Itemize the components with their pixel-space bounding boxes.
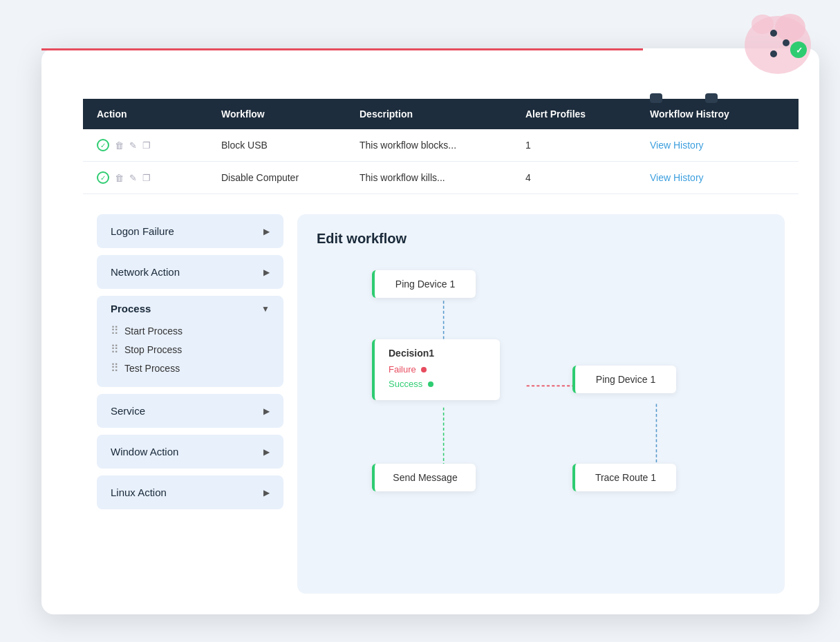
workflow-canvas: Ping Device 1 Decision1 Failure Success: [317, 263, 765, 594]
chevron-right-icon: ▶: [263, 488, 270, 498]
table-section: Action Workflow Description Alert Profil…: [83, 99, 799, 194]
action-icons-row2: ✓ 🗑 ✎ ❐: [97, 171, 221, 184]
node-label: Ping Device 1: [596, 374, 655, 385]
table-row: ✓ 🗑 ✎ ❐ Block USB This workflow blocks..…: [83, 129, 799, 162]
card-handle-left: [650, 93, 662, 103]
chevron-right-icon: ▶: [263, 447, 270, 457]
sidebar-item-label: Linux Action: [111, 487, 167, 498]
subitem-label: Stop Process: [124, 344, 182, 355]
alert-profiles-1: 1: [525, 140, 650, 151]
sidebar-item-network-action[interactable]: Network Action ▶: [97, 255, 283, 289]
view-history-2[interactable]: View History: [650, 172, 802, 183]
col-alert-profiles: Alert Profiles: [525, 108, 650, 120]
view-history-link-1[interactable]: View History: [650, 140, 704, 151]
check-icon-2: ✓: [100, 174, 106, 182]
success-option: Success: [389, 379, 486, 389]
workflow-name-1: Block USB: [221, 140, 360, 151]
failure-option: Failure: [389, 364, 486, 375]
bottom-area: Logon Failure ▶ Network Action ▶ Process…: [83, 200, 799, 614]
sidebar-subitem-test-process[interactable]: ⠿ Test Process: [111, 359, 270, 377]
node-label: Trace Route 1: [595, 472, 656, 483]
svg-point-3: [770, 30, 777, 37]
failure-dot: [421, 367, 427, 372]
table-header: Action Workflow Description Alert Profil…: [83, 99, 799, 129]
description-1: This workflow blocks...: [360, 140, 525, 151]
chevron-right-icon: ▶: [263, 267, 270, 277]
check-icon: ✓: [100, 142, 106, 149]
success-dot: [428, 381, 433, 387]
alert-profiles-2: 4: [525, 172, 650, 183]
card-handle-right: [705, 93, 718, 103]
table-row: ✓ 🗑 ✎ ❐ Disable Computer This workflow k…: [83, 162, 799, 194]
subitem-label: Test Process: [124, 363, 180, 374]
copy-icon[interactable]: ❐: [142, 140, 151, 151]
sidebar-item-service[interactable]: Service ▶: [97, 394, 283, 428]
node-label: Send Message: [393, 472, 457, 483]
drag-icon: ⠿: [111, 361, 119, 375]
chevron-right-icon: ▶: [263, 227, 270, 236]
edit-icon[interactable]: ✎: [129, 140, 137, 151]
status-active-icon-2[interactable]: ✓: [97, 171, 109, 184]
delete-icon[interactable]: 🗑: [115, 140, 124, 151]
svg-point-5: [770, 50, 777, 57]
sidebar-item-logon-failure[interactable]: Logon Failure ▶: [97, 214, 283, 248]
drag-icon: ⠿: [111, 324, 119, 337]
delete-icon-2[interactable]: 🗑: [115, 173, 124, 183]
sidebar: Logon Failure ▶ Network Action ▶ Process…: [97, 214, 283, 594]
sidebar-item-linux-action[interactable]: Linux Action ▶: [97, 475, 283, 509]
col-workflow-history: Workflow Histroy: [650, 108, 802, 120]
node-ping-device-1[interactable]: Ping Device 1: [372, 270, 476, 298]
svg-text:✓: ✓: [796, 46, 803, 55]
sidebar-item-label: Service: [111, 405, 145, 417]
view-history-1[interactable]: View History: [650, 140, 802, 151]
node-decision1[interactable]: Decision1 Failure Success: [372, 339, 500, 400]
sidebar-item-label: Network Action: [111, 266, 180, 278]
description-2: This workflow kills...: [360, 172, 525, 183]
red-accent-line: [41, 48, 643, 50]
main-card: Action Workflow Description Alert Profil…: [41, 48, 819, 614]
sidebar-item-label: Window Action: [111, 446, 178, 457]
process-header[interactable]: Process ▼: [111, 303, 270, 314]
col-description: Description: [360, 108, 525, 120]
process-label: Process: [111, 303, 151, 314]
node-trace-route-1[interactable]: Trace Route 1: [572, 464, 676, 491]
node-ping-device-1b[interactable]: Ping Device 1: [572, 366, 676, 393]
sidebar-subitem-start-process[interactable]: ⠿ Start Process: [111, 321, 270, 340]
node-label: Ping Device 1: [395, 278, 455, 290]
status-active-icon[interactable]: ✓: [97, 139, 109, 151]
copy-icon-2[interactable]: ❐: [142, 173, 151, 183]
col-workflow: Workflow: [221, 108, 360, 120]
edit-icon-2[interactable]: ✎: [129, 173, 137, 183]
sidebar-subitem-stop-process[interactable]: ⠿ Stop Process: [111, 340, 270, 359]
chevron-right-icon: ▶: [263, 406, 270, 416]
svg-point-2: [752, 15, 774, 34]
drag-icon: ⠿: [111, 343, 119, 356]
workflow-editor: Edit workflow: [297, 214, 785, 594]
svg-point-1: [775, 14, 805, 41]
workflow-name-2: Disable Computer: [221, 172, 360, 183]
sidebar-item-process: Process ▼ ⠿ Start Process ⠿ Stop Process…: [97, 296, 283, 387]
workflow-connectors: [317, 263, 765, 594]
workflow-title: Edit workflow: [317, 231, 765, 247]
subitem-label: Start Process: [124, 325, 183, 337]
chevron-down-icon: ▼: [261, 304, 270, 314]
blob-decoration: ✓: [736, 7, 819, 83]
sidebar-item-window-action[interactable]: Window Action ▶: [97, 435, 283, 469]
view-history-link-2[interactable]: View History: [650, 172, 704, 183]
action-icons-row1: ✓ 🗑 ✎ ❐: [97, 139, 221, 151]
svg-point-4: [783, 39, 790, 46]
col-action: Action: [97, 108, 221, 120]
node-send-message[interactable]: Send Message: [372, 464, 476, 491]
sidebar-item-label: Logon Failure: [111, 225, 174, 237]
decision-label: Decision1: [389, 348, 486, 359]
